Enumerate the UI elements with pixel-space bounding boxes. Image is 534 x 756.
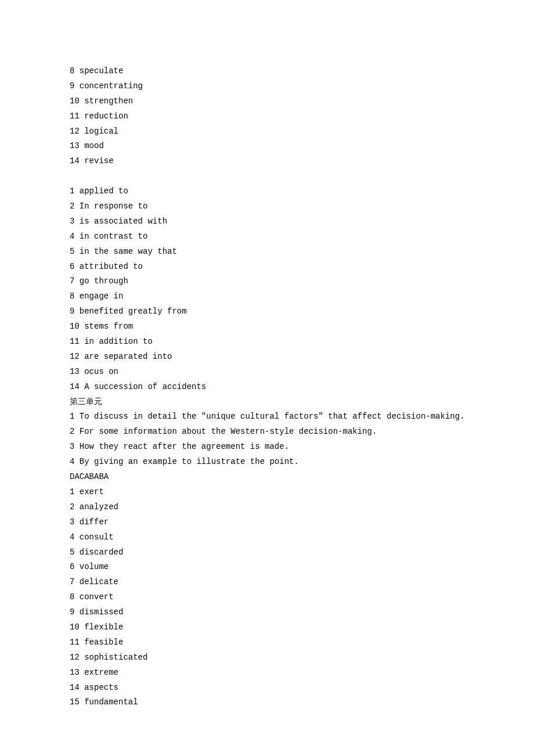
list-item: 14 revise (70, 154, 464, 169)
list-item: 7 go through (70, 274, 464, 289)
document-page: 8 speculate 9 concentrating 10 strengthe… (0, 0, 534, 710)
list-item: 1 applied to (70, 184, 464, 199)
list-item: 12 logical (70, 124, 464, 139)
list-item: 9 concentrating (70, 79, 464, 94)
list-item: 12 are separated into (70, 350, 464, 365)
list-item: 8 speculate (70, 64, 464, 79)
list-item: 11 feasible (70, 635, 464, 650)
list-item: 13 mood (70, 139, 464, 154)
list-item: 8 convert (70, 590, 464, 605)
list-item: 2 analyzed (70, 500, 464, 515)
list-item: 6 volume (70, 560, 464, 575)
list-item: 3 is associated with (70, 214, 464, 229)
list-item: 12 sophisticated (70, 650, 464, 665)
list-item: 10 flexible (70, 620, 464, 635)
list-item: 5 in the same way that (70, 244, 464, 260)
list-item: 4 By giving an example to illustrate the… (70, 455, 464, 470)
list-item: 11 in addition to (70, 334, 464, 350)
list-item: 4 consult (70, 530, 464, 545)
list-item: 4 in contrast to (70, 229, 464, 244)
blank-line (70, 169, 464, 184)
list-item: 7 delicate (70, 575, 464, 590)
list-item: 13 ocus on (70, 365, 464, 380)
unit-heading: 第三单元 (70, 395, 464, 410)
list-item: 14 aspects (70, 681, 464, 696)
list-item: 1 exert (70, 485, 464, 500)
list-item: 15 fundamental (70, 695, 464, 710)
list-item: 9 dismissed (70, 605, 464, 620)
list-item: 13 extreme (70, 665, 464, 681)
list-item: 2 For some information about the Western… (70, 424, 464, 440)
list-item: 8 engage in (70, 289, 464, 304)
list-item: 3 How they react after the agreement is … (70, 440, 464, 455)
list-item: 11 reduction (70, 109, 464, 124)
list-item: 10 stems from (70, 319, 464, 334)
list-item: 3 differ (70, 515, 464, 530)
list-item: 1 To discuss in detail the "unique cultu… (70, 409, 464, 424)
list-item: 10 strengthen (70, 94, 464, 109)
list-item: 6 attributed to (70, 260, 464, 275)
answer-code: DACABABA (70, 470, 464, 485)
list-item: 5 discarded (70, 545, 464, 560)
list-item: 2 In response to (70, 199, 464, 214)
list-item: 14 A succession of accidents (70, 380, 464, 395)
list-item: 9 benefited greatly from (70, 304, 464, 319)
